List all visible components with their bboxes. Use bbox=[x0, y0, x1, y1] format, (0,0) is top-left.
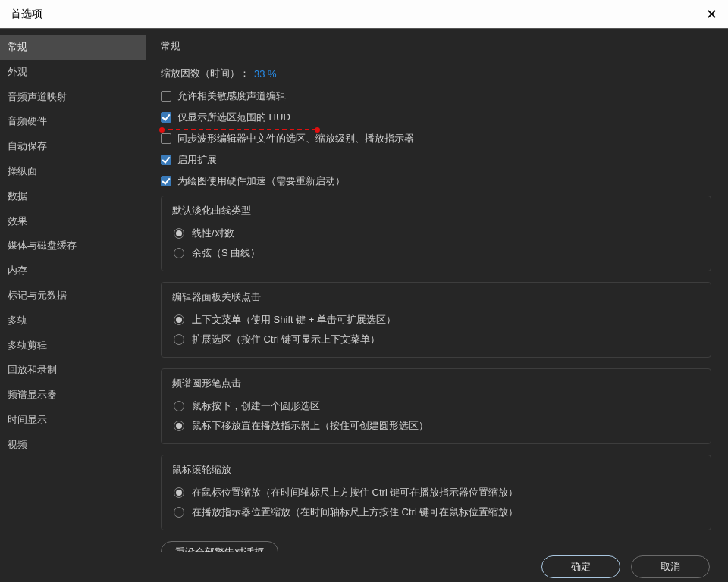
sidebar-item[interactable]: 媒体与磁盘缓存 bbox=[0, 233, 146, 258]
checkbox[interactable] bbox=[161, 91, 171, 102]
group-legend: 编辑器面板关联点击 bbox=[172, 290, 698, 304]
radio[interactable] bbox=[174, 507, 184, 518]
option-group: 频谱圆形笔点击鼠标按下，创建一个圆形选区鼠标下移放置在播放指示器上（按住可创建圆… bbox=[161, 368, 711, 444]
radio-option[interactable]: 余弦（S 曲线） bbox=[174, 243, 698, 263]
radio[interactable] bbox=[174, 401, 184, 411]
radio-option[interactable]: 鼠标下移放置在播放指示器上（按住可创建圆形选区） bbox=[174, 416, 698, 436]
titlebar: 首选项 ✕ bbox=[0, 0, 728, 29]
radio[interactable] bbox=[174, 248, 184, 258]
sidebar-item[interactable]: 操纵面 bbox=[0, 159, 146, 184]
ok-button[interactable]: 确定 bbox=[541, 555, 620, 578]
group-legend: 频谱圆形笔点击 bbox=[172, 377, 698, 390]
radio-label: 在播放指示器位置缩放（在时间轴标尺上方按住 Ctrl 键可在鼠标位置缩放） bbox=[192, 505, 518, 519]
checkbox[interactable] bbox=[161, 155, 171, 165]
checkbox-label: 仅显示所选区范围的 HUD bbox=[177, 111, 290, 124]
checkbox-row[interactable]: 允许相关敏感度声道编辑 bbox=[161, 89, 711, 103]
radio-option[interactable]: 在鼠标位置缩放（在时间轴标尺上方按住 Ctrl 键可在播放指示器位置缩放） bbox=[174, 483, 698, 502]
checkbox-row[interactable]: 为绘图使用硬件加速（需要重新启动） bbox=[161, 174, 711, 188]
radio[interactable] bbox=[174, 334, 184, 345]
checkbox-row[interactable]: 启用扩展 bbox=[161, 153, 711, 167]
zoom-factor-value[interactable]: 33 % bbox=[254, 68, 277, 80]
sidebar-item[interactable]: 回放和录制 bbox=[0, 358, 146, 383]
option-group: 鼠标滚轮缩放在鼠标位置缩放（在时间轴标尺上方按住 Ctrl 键可在播放指示器位置… bbox=[161, 455, 711, 530]
sidebar-item[interactable]: 数据 bbox=[0, 184, 146, 209]
sidebar-item[interactable]: 时间显示 bbox=[0, 408, 146, 433]
sidebar: 常规外观音频声道映射音频硬件自动保存操纵面数据效果媒体与磁盘缓存内存标记与元数据… bbox=[0, 29, 146, 552]
radio-option[interactable]: 上下文菜单（使用 Shift 键 + 单击可扩展选区） bbox=[174, 310, 698, 330]
sidebar-item[interactable]: 音频声道映射 bbox=[0, 85, 146, 110]
sidebar-item[interactable]: 视频 bbox=[0, 433, 146, 458]
checkbox-row[interactable]: 同步波形编辑器中文件的选区、缩放级别、播放指示器 bbox=[161, 132, 711, 146]
radio-label: 线性/对数 bbox=[192, 227, 234, 240]
sidebar-item[interactable]: 多轨剪辑 bbox=[0, 333, 146, 358]
reset-warnings-button[interactable]: 重设全部警告对话框 bbox=[161, 541, 278, 552]
checkbox-label: 同步波形编辑器中文件的选区、缩放级别、播放指示器 bbox=[177, 132, 414, 146]
zoom-factor-row: 缩放因数（时间）： 33 % bbox=[161, 67, 711, 80]
radio-label: 在鼠标位置缩放（在时间轴标尺上方按住 Ctrl 键可在播放指示器位置缩放） bbox=[192, 486, 518, 499]
group-legend: 鼠标滚轮缩放 bbox=[172, 463, 698, 477]
annotation-dot bbox=[315, 127, 320, 133]
dialog-body: 常规外观音频声道映射音频硬件自动保存操纵面数据效果媒体与磁盘缓存内存标记与元数据… bbox=[0, 29, 728, 552]
sidebar-item[interactable]: 自动保存 bbox=[0, 134, 146, 159]
radio-option[interactable]: 扩展选区（按住 Ctrl 键可显示上下文菜单） bbox=[174, 330, 698, 349]
radio[interactable] bbox=[174, 314, 184, 325]
sidebar-item[interactable]: 音频硬件 bbox=[0, 109, 146, 134]
checkbox-label: 允许相关敏感度声道编辑 bbox=[177, 89, 286, 103]
sidebar-item[interactable]: 多轨 bbox=[0, 308, 146, 333]
group-legend: 默认淡化曲线类型 bbox=[172, 204, 698, 217]
zoom-factor-label: 缩放因数（时间）： bbox=[161, 67, 249, 80]
annotation-dot bbox=[159, 127, 165, 133]
cancel-button[interactable]: 取消 bbox=[631, 555, 710, 578]
checkbox-label: 启用扩展 bbox=[177, 153, 217, 167]
checkbox-label: 为绘图使用硬件加速（需要重新启动） bbox=[177, 174, 345, 188]
sidebar-item[interactable]: 效果 bbox=[0, 209, 146, 234]
radio-label: 鼠标下移放置在播放指示器上（按住可创建圆形选区） bbox=[192, 419, 428, 433]
sidebar-item[interactable]: 内存 bbox=[0, 258, 146, 283]
checkbox[interactable] bbox=[161, 133, 171, 144]
radio-label: 鼠标按下，创建一个圆形选区 bbox=[192, 399, 320, 413]
sidebar-item[interactable]: 常规 bbox=[0, 35, 146, 60]
radio[interactable] bbox=[174, 421, 184, 431]
radio-label: 余弦（S 曲线） bbox=[192, 246, 260, 260]
radio[interactable] bbox=[174, 228, 184, 239]
sidebar-item[interactable]: 标记与元数据 bbox=[0, 283, 146, 308]
radio-label: 上下文菜单（使用 Shift 键 + 单击可扩展选区） bbox=[192, 313, 396, 327]
radio-option[interactable]: 在播放指示器位置缩放（在时间轴标尺上方按住 Ctrl 键可在鼠标位置缩放） bbox=[174, 502, 698, 522]
sidebar-item[interactable]: 外观 bbox=[0, 60, 146, 85]
radio-option[interactable]: 鼠标按下，创建一个圆形选区 bbox=[174, 396, 698, 416]
dialog-footer: 确定 取消 bbox=[0, 552, 728, 582]
radio-label: 扩展选区（按住 Ctrl 键可显示上下文菜单） bbox=[192, 333, 380, 346]
close-icon[interactable]: ✕ bbox=[706, 6, 717, 23]
sidebar-item[interactable]: 频谱显示器 bbox=[0, 383, 146, 408]
main-panel: 常规 缩放因数（时间）： 33 % 允许相关敏感度声道编辑仅显示所选区范围的 H… bbox=[146, 29, 728, 552]
radio[interactable] bbox=[174, 487, 184, 498]
checkbox-row[interactable]: 仅显示所选区范围的 HUD bbox=[161, 111, 711, 124]
panel-heading: 常规 bbox=[161, 39, 711, 53]
dialog-title: 首选项 bbox=[11, 8, 42, 21]
radio-option[interactable]: 线性/对数 bbox=[174, 224, 698, 243]
checkbox[interactable] bbox=[161, 112, 171, 123]
option-group: 编辑器面板关联点击上下文菜单（使用 Shift 键 + 单击可扩展选区）扩展选区… bbox=[161, 282, 711, 358]
option-group: 默认淡化曲线类型线性/对数余弦（S 曲线） bbox=[161, 196, 711, 271]
checkbox[interactable] bbox=[161, 176, 171, 186]
